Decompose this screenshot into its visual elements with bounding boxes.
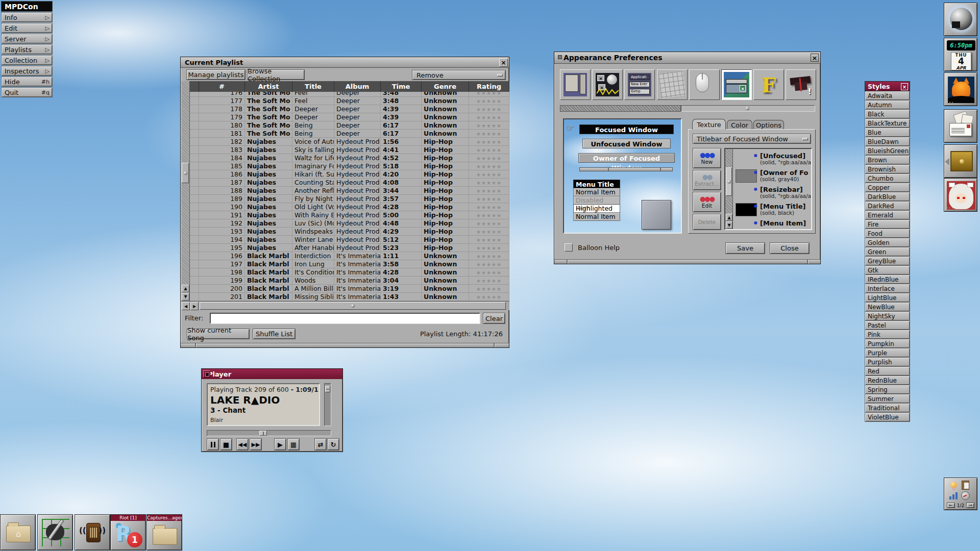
alerts-prefs-icon[interactable]: × × bbox=[592, 69, 623, 100]
preview-resizebar[interactable] bbox=[579, 167, 673, 171]
manage-playlists-button[interactable]: Manage playlists bbox=[186, 69, 246, 80]
table-row[interactable]: 191NujabesWith Rainy EyHydeout Prod5:00H… bbox=[190, 211, 509, 219]
preview-menu-title[interactable]: Menu Title bbox=[573, 180, 620, 188]
seek-slider[interactable] bbox=[207, 430, 331, 436]
show-current-song-button[interactable]: Show current Song bbox=[187, 329, 250, 339]
style-item-violetblue[interactable]: VioletBlue bbox=[865, 412, 910, 422]
table-row[interactable]: 183NujabesSky is fallingHydeout Prod4:41… bbox=[190, 146, 509, 154]
window-focus-prefs-icon[interactable]: × bbox=[721, 69, 752, 100]
scroll-down-icon[interactable]: ▼ bbox=[182, 293, 189, 300]
dock-tile-mail[interactable]: ··· bbox=[944, 109, 977, 143]
font-prefs-icon[interactable]: F bbox=[753, 69, 784, 100]
shuffle-button[interactable]: ⇄ bbox=[314, 438, 327, 450]
style-item-adwaita[interactable]: Adwaita bbox=[865, 91, 910, 101]
header-cell-genre[interactable]: Genre bbox=[422, 81, 469, 92]
scrollbar-knob[interactable] bbox=[746, 107, 749, 110]
browse-collection-button[interactable]: Browse Collection bbox=[247, 69, 305, 80]
play-button[interactable]: ▶ bbox=[274, 438, 286, 450]
style-item-green[interactable]: Green bbox=[865, 247, 910, 257]
miniwindow-riot[interactable]: Riot [1] R 1 bbox=[110, 514, 146, 550]
close-icon[interactable]: × bbox=[901, 83, 908, 90]
dock-tile-clock[interactable]: 6:50pm THU 4 APR bbox=[944, 38, 977, 71]
header-cell-time[interactable]: Time bbox=[381, 81, 422, 92]
table-row[interactable]: 193NujabesWindspeaks (Hydeout Prod4:29Hi… bbox=[190, 228, 509, 236]
seek-handle[interactable] bbox=[259, 431, 267, 436]
table-row[interactable]: 200Black MarblA Million BillioIt's Immat… bbox=[190, 285, 509, 293]
icon-scrollbar[interactable] bbox=[681, 105, 815, 112]
playlist-vertical-scrollbar[interactable]: ▲ ▼ bbox=[181, 81, 190, 301]
style-item-greyblue[interactable]: GreyBlue bbox=[865, 256, 910, 266]
style-item-black[interactable]: Black bbox=[865, 109, 910, 119]
preview-menu-item[interactable]: Disabled Item bbox=[573, 196, 620, 205]
style-item-blueishgreen[interactable]: BlueishGreen bbox=[865, 146, 910, 156]
scrollbar-knob[interactable] bbox=[182, 163, 189, 183]
menu-item-info[interactable]: Info▷ bbox=[1, 12, 53, 22]
expert-prefs-icon[interactable]: ! bbox=[786, 69, 816, 100]
preview-focused-window[interactable]: Focused Window bbox=[579, 124, 674, 134]
styles-titlebar[interactable]: Styles × bbox=[865, 81, 910, 91]
table-row[interactable]: 192NujabesLuv (Sic) (MoHydeout Prod4:48H… bbox=[190, 219, 509, 228]
table-row[interactable]: 196Black MarblInterdictionIt's Immateria… bbox=[190, 252, 509, 260]
preview-menu-item[interactable]: Normal Item bbox=[573, 188, 620, 196]
style-item-summer[interactable]: Summer bbox=[865, 394, 910, 404]
previous-button[interactable]: ◀◀ bbox=[236, 438, 249, 450]
style-item-brown[interactable]: Brown bbox=[865, 155, 910, 165]
miniwindow-tools[interactable] bbox=[37, 514, 73, 550]
preview-menu-item[interactable]: Highlighted bbox=[573, 205, 620, 213]
style-item-bluedawn[interactable]: BlueDawn bbox=[865, 137, 910, 146]
keyboard-prefs-icon[interactable] bbox=[657, 69, 688, 100]
header-cell-num[interactable]: # bbox=[199, 81, 245, 92]
table-row[interactable]: 177The Soft MoFeelDeeper3:48Unknown★★★★★ bbox=[190, 97, 509, 105]
style-item-rednblue[interactable]: RednBlue bbox=[865, 375, 910, 385]
header-cell-rating[interactable]: Rating bbox=[469, 81, 509, 92]
menu-item-hide[interactable]: Hide#h bbox=[1, 77, 53, 87]
table-row[interactable]: 197Black MarblIron LungIt's Immateria3:5… bbox=[190, 260, 509, 268]
dock-tile-browser[interactable]: ··· bbox=[944, 72, 977, 106]
stop-button[interactable]: ■ bbox=[220, 438, 232, 450]
style-item-fire[interactable]: Fire bbox=[865, 219, 910, 229]
texture-list-scrollbar[interactable]: ▲ ▼ bbox=[725, 149, 733, 229]
table-row[interactable]: 181The Soft MoBeingDeeper6:17Unknown★★★★… bbox=[190, 130, 509, 138]
style-item-lightblue[interactable]: LightBlue bbox=[865, 293, 910, 303]
mpdcon-menu-title[interactable]: MPDCon bbox=[1, 1, 53, 12]
table-row[interactable]: 201Black MarblMissing SiblinIt's Immater… bbox=[190, 293, 509, 301]
style-item-nightsky[interactable]: NightSky bbox=[865, 311, 910, 321]
playlist-view-button[interactable]: ▦ bbox=[287, 438, 300, 450]
tab-options[interactable]: Options bbox=[753, 120, 784, 130]
scroll-up-icon[interactable]: ▲ bbox=[182, 285, 189, 292]
menu-item-inspectors[interactable]: Inspectors▷ bbox=[1, 66, 53, 76]
menu-item-edit[interactable]: Edit▷ bbox=[1, 23, 53, 33]
appearance-titlebar[interactable]: Appearance Preferences bbox=[554, 52, 820, 64]
miniwindow-captures[interactable]: Captures...ager bbox=[146, 514, 182, 550]
close-icon[interactable]: × bbox=[811, 54, 819, 62]
windows-prefs-icon[interactable] bbox=[560, 69, 591, 100]
header-cell-title[interactable]: Title bbox=[292, 81, 334, 92]
style-item-red[interactable]: Red bbox=[865, 366, 910, 376]
workspace-next-button[interactable]: → bbox=[966, 503, 974, 508]
texture-target-dropdown[interactable]: Titlebar of Focused Window bbox=[693, 134, 811, 144]
scroll-left-icon[interactable]: ◀ bbox=[182, 302, 190, 310]
header-cell-album[interactable]: Album bbox=[334, 81, 381, 92]
delete-texture-button[interactable]: Delete bbox=[693, 214, 721, 230]
repeat-button[interactable]: ↻ bbox=[327, 438, 339, 450]
tab-texture[interactable]: Texture bbox=[692, 119, 726, 130]
menu-item-playlists[interactable]: Playlists▷ bbox=[1, 44, 53, 55]
miniaturize-icon[interactable] bbox=[556, 54, 565, 62]
dock-tile-windowmaker[interactable]: ··· bbox=[944, 3, 977, 36]
style-item-blacktexture[interactable]: BlackTexture bbox=[865, 118, 910, 128]
playlist-horizontal-scrollbar[interactable]: ◀ ▶ bbox=[181, 301, 509, 310]
table-row[interactable]: 187NujabesCounting StaHydeout Prod4:08Hi… bbox=[190, 179, 509, 187]
close-icon[interactable]: × bbox=[499, 58, 508, 67]
dock-tile-avatar[interactable]: ··· bbox=[944, 178, 977, 212]
header-cell-artist[interactable]: Artist bbox=[245, 81, 292, 92]
style-item-chumbo[interactable]: Chumbo bbox=[865, 173, 910, 183]
table-row[interactable]: 180The Soft MoBeingDeeper6:17Unknown★★★★… bbox=[190, 121, 509, 130]
pause-button[interactable] bbox=[207, 438, 219, 450]
close-button[interactable]: Close bbox=[770, 242, 810, 254]
clear-filter-button[interactable]: Clear bbox=[483, 313, 505, 324]
scrollbar-knob[interactable] bbox=[726, 167, 732, 196]
style-item-copper[interactable]: Copper bbox=[865, 183, 910, 192]
style-item-purplish[interactable]: Purplish bbox=[865, 357, 910, 367]
table-row[interactable]: 198Black MarblIt's ConditionIt's Immater… bbox=[190, 268, 509, 277]
table-row[interactable]: 184NujabesWaltz for LifeHydeout Prod4:52… bbox=[190, 154, 509, 162]
